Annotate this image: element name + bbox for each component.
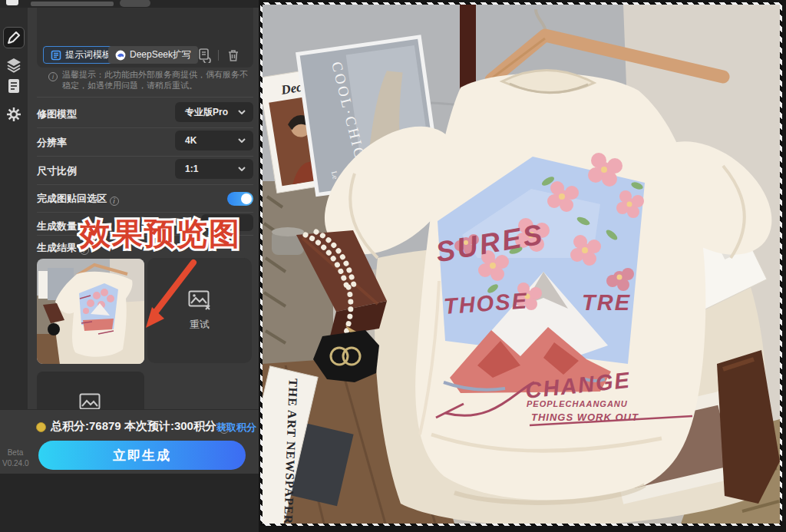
print-word-tre: TRE <box>582 290 631 315</box>
titlebar-text-fragment <box>31 2 114 6</box>
get-points-link[interactable]: 获取积分 <box>216 421 256 435</box>
notice-info-icon <box>48 72 58 81</box>
deepseek-expand-label: DeepSeek扩写 <box>130 48 191 61</box>
resolution-value: 4K <box>185 135 196 146</box>
layers-icon[interactable] <box>5 56 22 73</box>
prompt-input[interactable] <box>37 8 253 43</box>
result-thumbnail-image <box>37 259 144 364</box>
tool-rail <box>0 8 28 409</box>
image-placeholder-icon <box>79 393 101 409</box>
edit-panel: 提示词模板 DeepSeek扩写 温馨提示：此功能由外部服务商提供，偶有服务不稳… <box>28 8 259 409</box>
count-stepper[interactable] <box>201 214 253 231</box>
count-text: 生成数量 <box>37 220 77 232</box>
total-points: 总积分:76879 <box>51 419 121 432</box>
titlebar-pill <box>120 0 150 7</box>
broken-image-icon <box>188 290 211 310</box>
result-thumbnail-1[interactable] <box>37 259 144 364</box>
model-dropdown[interactable]: 专业版Pro <box>175 102 253 122</box>
model-value: 专业版Pro <box>185 106 228 119</box>
notes-icon[interactable] <box>5 78 22 94</box>
model-label: 修图模型 <box>37 107 77 121</box>
selected-image-region[interactable]: Decent COOL·CHIC Le <box>260 2 782 526</box>
resolution-label: 分辨率 <box>37 136 67 150</box>
result-thumbnail-2[interactable] <box>37 372 144 409</box>
trash-icon[interactable] <box>226 48 241 63</box>
toggle-knob <box>241 193 252 204</box>
notice-text: 温馨提示：此功能由外部服务商提供，偶有服务不稳定，如遇使用问题，请稍后重试。 <box>62 69 253 91</box>
service-notice: 温馨提示：此功能由外部服务商提供，偶有服务不稳定，如遇使用问题，请稍后重试。 <box>48 69 254 91</box>
divider <box>37 184 253 185</box>
ratio-dropdown[interactable]: 1:1 <box>175 159 253 179</box>
restore-history-icon[interactable] <box>196 48 212 63</box>
points-summary: 总积分:76879 本次预计:300积分 <box>51 419 229 434</box>
generate-button[interactable]: 立即生成 <box>38 441 246 470</box>
icon-divider <box>218 50 219 61</box>
sofa-leg <box>272 227 304 255</box>
results-label: 生成结果 <box>37 241 89 255</box>
settings-gear-icon[interactable] <box>5 106 22 123</box>
count-info-icon <box>80 224 89 233</box>
bottom-bar: 总积分:76879 本次预计:300积分 获取积分 立即生成 <box>0 409 259 474</box>
divider <box>37 97 253 97</box>
paste-back-text: 完成图贴回选区 <box>37 193 107 204</box>
print-word-people: PEOPLECHAANGANU <box>527 399 628 408</box>
window-titlebar <box>0 0 259 8</box>
retry-card[interactable]: 重试 <box>147 258 252 363</box>
deepseek-whale-icon <box>115 50 126 61</box>
chevron-down-icon <box>238 167 246 171</box>
divider <box>37 156 253 157</box>
paste-back-label: 完成图贴回选区 <box>37 192 119 206</box>
count-label: 生成数量 <box>37 220 89 233</box>
app-logo <box>6 0 18 5</box>
version-label: V0.24.0 <box>2 458 28 469</box>
panel-empty-area <box>0 474 259 532</box>
tshirt-photo: Decent COOL·CHIC Le <box>263 5 780 524</box>
template-book-icon <box>51 50 61 61</box>
edit-pencil-icon[interactable] <box>5 29 22 46</box>
divider <box>37 127 253 128</box>
canvas-area: Decent COOL·CHIC Le <box>259 0 786 532</box>
deepseek-expand-button[interactable]: DeepSeek扩写 <box>108 46 198 64</box>
prompt-template-label: 提示词模板 <box>65 48 111 61</box>
chair-post <box>460 5 476 92</box>
results-text: 生成结果 <box>37 242 77 253</box>
beta-label: Beta <box>2 448 28 458</box>
ratio-value: 1:1 <box>185 164 198 174</box>
paste-back-info-icon <box>110 197 119 206</box>
chevron-down-icon <box>238 138 246 143</box>
retry-label: 重试 <box>190 318 210 332</box>
coin-icon <box>36 422 46 432</box>
estimate-points: 本次预计:300积分 <box>124 419 216 432</box>
paste-back-toggle[interactable] <box>227 192 253 206</box>
beta-version: Beta V0.24.0 <box>2 448 28 469</box>
resolution-dropdown[interactable]: 4K <box>175 131 253 150</box>
ratio-label: 尺寸比例 <box>37 164 77 178</box>
prompt-card: 提示词模板 DeepSeek扩写 <box>37 8 253 68</box>
divider <box>37 212 253 213</box>
results-info-icon <box>80 246 89 255</box>
chevron-down-icon <box>238 110 246 114</box>
divider <box>37 235 253 236</box>
